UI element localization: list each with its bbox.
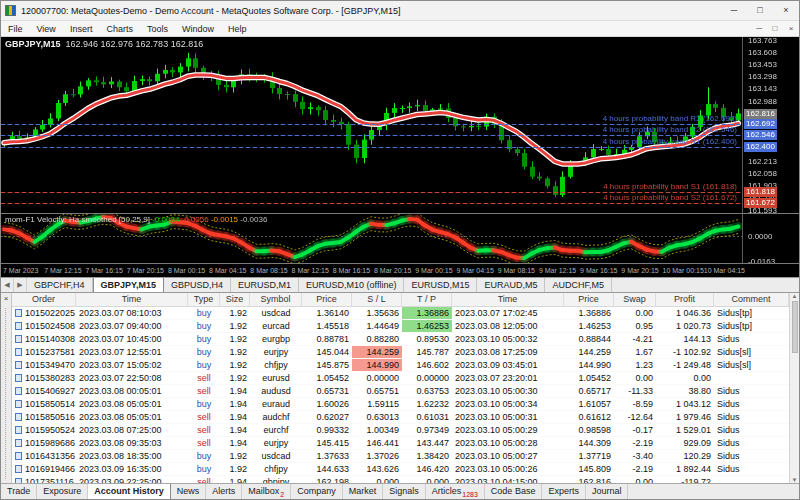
table-row[interactable]: 10153802832023.03.07 22:50:08sell1.92eur…: [12, 372, 789, 385]
probability-band-label: 4 hours probability band S2 (161.672): [603, 193, 737, 202]
col-symbol[interactable]: Symbol: [250, 293, 302, 306]
table-row[interactable]: 10169194662023.03.09 16:35:00buy1.92chfj…: [12, 463, 789, 476]
cell-sl: 0.000: [352, 476, 402, 483]
cell-sl: 1.35636: [352, 307, 402, 319]
bottom-tab-signals[interactable]: Signals: [383, 484, 426, 499]
table-row[interactable]: 10173511162023.03.09 22:25:00sell1.94gbp…: [12, 476, 789, 483]
cell-profit: -119.72: [656, 476, 714, 483]
cell-size: 1.94: [220, 424, 250, 436]
terminal-close-button[interactable]: ×: [4, 294, 9, 304]
col-order[interactable]: Order: [12, 293, 76, 306]
col-type[interactable]: Type: [188, 293, 220, 306]
menu-tools[interactable]: Tools: [140, 23, 175, 35]
chart-tab-eurusd-m10-offline-[interactable]: EURUSD,M10 (offline): [299, 278, 404, 292]
col-profit[interactable]: Profit: [656, 293, 714, 306]
table-row[interactable]: 10159896862023.03.08 09:35:03sell1.94eur…: [12, 437, 789, 450]
chart-symbol-label: GBPJPY,M15: [5, 39, 61, 49]
price-axis: 163.763163.608163.453163.298163.143162.9…: [742, 37, 799, 213]
title-bar[interactable]: 120007700: MetaQuotes-Demo - Demo Accoun…: [1, 1, 799, 21]
chart-area[interactable]: GBPJPY,M15162.946 162.976 162.783 162.81…: [1, 37, 799, 213]
chart-tab-eurusd-m1[interactable]: EURUSD,M1: [231, 278, 299, 292]
bottom-tab-trade[interactable]: Trade: [1, 484, 37, 499]
cell-price: 1.36140: [302, 307, 352, 319]
chart-tab-audchf-m5[interactable]: AUDCHF,M5: [545, 278, 612, 292]
cell-swap: -2.19: [614, 463, 656, 475]
chart-minimize-button[interactable]: ─: [751, 24, 767, 33]
menu-insert[interactable]: Insert: [63, 23, 100, 35]
cell-type: buy: [188, 307, 220, 319]
price-axis-label: 163.298: [748, 72, 777, 81]
cell-price: 1.05452: [302, 372, 352, 384]
chart-tab-gbpchf-h4[interactable]: GBPCHF,H4: [27, 278, 93, 292]
cell-open_time: 2023.03.07 12:55:01: [76, 346, 188, 358]
col-sl[interactable]: S / L: [352, 293, 402, 306]
time-axis-label: 9 Mar 00:15: [415, 267, 452, 274]
bottom-tab-mailbox[interactable]: Mailbox2: [242, 484, 291, 499]
cell-comment: Sidus: [714, 463, 789, 475]
scrollbar-thumb[interactable]: [792, 301, 798, 353]
tabs-scroll-left-icon[interactable]: ◀: [1, 278, 14, 292]
bottom-tab-alerts[interactable]: Alerts: [206, 484, 242, 499]
cell-swap: 0.95: [614, 320, 656, 332]
table-row[interactable]: 10153494702023.03.07 15:05:02buy1.92chfj…: [12, 359, 789, 372]
menu-window[interactable]: Window: [175, 23, 221, 35]
chart-tab-gbpusd-h4[interactable]: GBPUSD,H4: [164, 278, 231, 292]
chart-close-button[interactable]: ×: [783, 24, 799, 33]
chart-tab-gbpjpy-m15[interactable]: GBPJPY,M15: [93, 278, 165, 292]
col-size[interactable]: Size: [220, 293, 250, 306]
bottom-tab-articles[interactable]: Articles1283: [426, 484, 485, 499]
menu-help[interactable]: Help: [221, 23, 254, 35]
col-comment[interactable]: Comment: [714, 293, 789, 306]
table-scrollbar[interactable]: ▲ ▼: [789, 293, 799, 483]
bottom-tab-journal[interactable]: Journal: [586, 484, 629, 499]
bottom-tab-news[interactable]: News: [171, 484, 207, 499]
table-row[interactable]: 10164313562023.03.08 18:35:00buy1.92usdc…: [12, 450, 789, 463]
col-tp[interactable]: T / P: [402, 293, 452, 306]
table-row[interactable]: 10152375812023.03.07 12:55:01buy1.92eurj…: [12, 346, 789, 359]
scroll-up-icon[interactable]: ▲: [792, 293, 798, 299]
close-button[interactable]: ×: [773, 1, 799, 20]
cell-type: sell: [188, 476, 220, 483]
indicator-pane[interactable]: mom-F1 Velocity: Ha smoothed [50,25,9] -…: [1, 213, 799, 263]
table-row[interactable]: 10150220252023.03.07 08:10:03buy1.92usdc…: [12, 307, 789, 320]
chart-tab-euraud-m5[interactable]: EURAUD,M5: [477, 278, 545, 292]
cell-close_price: 144.309: [564, 437, 614, 449]
col-close_price[interactable]: Price: [564, 293, 614, 306]
order-icon: [15, 413, 22, 421]
table-row[interactable]: 10158505162023.03.08 05:05:01sell1.94aud…: [12, 411, 789, 424]
col-open_time[interactable]: Time: [76, 293, 188, 306]
table-row[interactable]: 10158505142023.03.08 05:05:01buy1.94eura…: [12, 398, 789, 411]
col-close_time[interactable]: Time: [452, 293, 564, 306]
cell-close_time: 2023.03.10 05:00:29: [452, 424, 564, 436]
table-row[interactable]: 10150245082023.03.07 09:40:00buy1.92eurc…: [12, 320, 789, 333]
table-row[interactable]: 10151403082023.03.07 10:45:00buy1.92eurg…: [12, 333, 789, 346]
menu-charts[interactable]: Charts: [99, 23, 140, 35]
cell-order: 1015140308: [12, 333, 76, 345]
bottom-tab-account-history[interactable]: Account History: [88, 484, 171, 499]
cell-open_time: 2023.03.07 10:45:00: [76, 333, 188, 345]
chart-window-controls: ─□×: [751, 24, 799, 33]
maximize-button[interactable]: □: [747, 1, 773, 20]
bottom-tab-exposure[interactable]: Exposure: [37, 484, 88, 499]
col-swap[interactable]: Swap: [614, 293, 656, 306]
cell-symbol: eurcad: [250, 320, 302, 332]
cell-type: sell: [188, 411, 220, 423]
bottom-tab-company[interactable]: Company: [291, 484, 343, 499]
col-price[interactable]: Price: [302, 293, 352, 306]
bottom-tab-code-base[interactable]: Code Base: [485, 484, 543, 499]
chart-restore-button[interactable]: □: [767, 24, 783, 33]
cell-price: 1.45518: [302, 320, 352, 332]
bottom-tab-market[interactable]: Market: [343, 484, 384, 499]
tabs-scroll-right-icon[interactable]: ▶: [14, 278, 27, 292]
chart-tab-eurusd-m15[interactable]: EURUSD,M15: [404, 278, 477, 292]
probability-band-label: 4 hours probability band S1 (161.818): [603, 182, 737, 191]
price-axis-label: 162.213: [748, 157, 777, 166]
menu-view[interactable]: View: [30, 23, 63, 35]
table-row[interactable]: 10154069272023.03.08 00:05:01sell1.94aud…: [12, 385, 789, 398]
bottom-tab-experts[interactable]: Experts: [542, 484, 586, 499]
table-row[interactable]: 10159505242023.03.08 07:25:00sell1.94eur…: [12, 424, 789, 437]
cell-symbol: chfjpy: [250, 463, 302, 475]
cell-close_price: 0.61612: [564, 411, 614, 423]
minimize-button[interactable]: ─: [721, 1, 747, 20]
menu-file[interactable]: File: [1, 23, 30, 35]
